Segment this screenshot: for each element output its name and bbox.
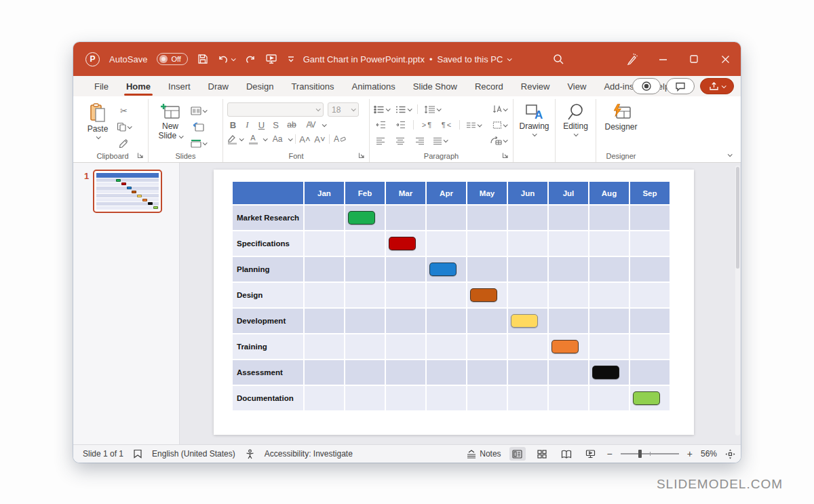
- align-left-button[interactable]: [374, 134, 387, 147]
- search-icon[interactable]: [543, 42, 574, 76]
- align-center-button[interactable]: [393, 134, 407, 147]
- font-dialog-launcher[interactable]: [358, 152, 365, 160]
- font-color-button[interactable]: A: [246, 133, 260, 145]
- change-case-button[interactable]: Aa: [270, 134, 285, 144]
- tab-record[interactable]: Record: [466, 76, 512, 96]
- drawing-group: A Drawing: [513, 99, 555, 162]
- drawing-button[interactable]: A Drawing: [518, 101, 551, 136]
- numbering-button[interactable]: [395, 103, 411, 115]
- gantt-bar[interactable]: [551, 340, 579, 353]
- convert-to-smartart-button[interactable]: [490, 134, 507, 147]
- gantt-bar[interactable]: [592, 366, 619, 379]
- line-spacing-button[interactable]: [424, 103, 440, 115]
- mini-gantt-bar: [153, 206, 158, 209]
- notes-button[interactable]: Notes: [466, 449, 501, 459]
- cut-button[interactable]: ✂: [117, 104, 131, 117]
- clear-formatting-button[interactable]: A: [333, 133, 347, 145]
- spellcheck-icon[interactable]: [133, 449, 142, 459]
- customize-toolbar-icon[interactable]: [287, 56, 295, 62]
- tab-transitions[interactable]: Transitions: [282, 76, 343, 96]
- decrease-font-size-button[interactable]: A˅: [314, 134, 326, 144]
- reset-slide-button[interactable]: [191, 121, 206, 133]
- columns-button[interactable]: [466, 119, 481, 131]
- slide[interactable]: JanFebMarAprMayJunJulAugSepMarket Resear…: [214, 170, 694, 435]
- maximize-button[interactable]: [678, 42, 710, 76]
- text-shadow-button[interactable]: S: [270, 120, 282, 130]
- right-to-left-button[interactable]: ¶<: [440, 119, 453, 131]
- zoom-in-button[interactable]: +: [687, 448, 693, 459]
- gantt-bar[interactable]: [470, 288, 497, 302]
- increase-font-size-button[interactable]: A˄: [299, 134, 311, 144]
- redo-button[interactable]: [244, 54, 256, 64]
- tab-animations[interactable]: Animations: [343, 76, 404, 96]
- tab-home[interactable]: Home: [117, 76, 159, 96]
- decrease-indent-button[interactable]: [374, 119, 387, 131]
- format-painter-button[interactable]: [117, 137, 131, 149]
- font-size-combobox[interactable]: 18: [328, 102, 359, 117]
- gantt-bar[interactable]: [348, 211, 375, 225]
- share-button[interactable]: [700, 78, 734, 94]
- designer-button[interactable]: Designer: [600, 101, 642, 132]
- character-spacing-button[interactable]: AV: [302, 120, 319, 130]
- start-slideshow-icon[interactable]: [265, 54, 277, 64]
- gantt-bar[interactable]: [429, 263, 457, 276]
- clipboard-dialog-launcher[interactable]: [137, 152, 144, 160]
- highlight-color-button[interactable]: [227, 133, 243, 145]
- gantt-bar[interactable]: [511, 314, 538, 328]
- collapse-ribbon-icon[interactable]: [728, 152, 733, 157]
- slide-thumbnail[interactable]: [93, 170, 162, 213]
- paste-button[interactable]: Paste: [81, 101, 114, 139]
- gantt-table[interactable]: JanFebMarAprMayJunJulAugSepMarket Resear…: [233, 182, 670, 410]
- paragraph-dialog-launcher[interactable]: [502, 152, 509, 160]
- vertical-scrollbar[interactable]: [735, 166, 740, 435]
- layout-button[interactable]: [191, 104, 206, 117]
- record-button[interactable]: [632, 78, 661, 94]
- tab-design[interactable]: Design: [237, 76, 282, 96]
- paste-chevron-icon: [96, 134, 100, 139]
- align-right-button[interactable]: [413, 134, 427, 147]
- font-name-combobox[interactable]: [227, 102, 324, 117]
- italic-button[interactable]: I: [241, 119, 253, 130]
- tab-file[interactable]: File: [85, 76, 117, 96]
- zoom-slider-thumb[interactable]: [638, 450, 642, 458]
- comments-button[interactable]: [666, 78, 695, 94]
- tab-insert[interactable]: Insert: [159, 76, 199, 96]
- section-button[interactable]: [191, 137, 206, 149]
- gantt-bar[interactable]: [389, 237, 416, 250]
- laser-pen-icon[interactable]: [616, 42, 647, 76]
- strikethrough-button[interactable]: ab: [284, 120, 299, 130]
- minimize-button[interactable]: [647, 42, 678, 76]
- zoom-out-button[interactable]: −: [607, 448, 613, 459]
- tab-draw[interactable]: Draw: [199, 76, 237, 96]
- align-text-button[interactable]: [492, 119, 507, 131]
- reading-view-button[interactable]: [558, 447, 575, 461]
- tab-view[interactable]: View: [558, 76, 595, 96]
- copy-button[interactable]: [117, 121, 131, 133]
- undo-button[interactable]: [218, 54, 235, 64]
- accessibility-status[interactable]: Accessibility: Investigate: [265, 449, 353, 459]
- close-button[interactable]: [710, 42, 741, 76]
- save-icon[interactable]: [197, 54, 208, 64]
- text-direction-button[interactable]: [492, 103, 507, 115]
- normal-view-button[interactable]: [509, 447, 526, 461]
- zoom-slider[interactable]: [621, 453, 679, 454]
- left-to-right-button[interactable]: >¶: [420, 119, 433, 131]
- underline-button[interactable]: U: [256, 120, 267, 130]
- tab-slide-show[interactable]: Slide Show: [404, 76, 466, 96]
- accessibility-icon[interactable]: [245, 449, 255, 459]
- tab-review[interactable]: Review: [512, 76, 559, 96]
- slide-sorter-view-button[interactable]: [534, 447, 550, 461]
- bold-button[interactable]: B: [227, 120, 239, 130]
- fit-to-window-button[interactable]: [725, 449, 735, 459]
- powerpoint-logo-icon[interactable]: P: [85, 52, 100, 66]
- justify-button[interactable]: [433, 134, 447, 147]
- slideshow-view-button[interactable]: [583, 447, 599, 461]
- editing-button[interactable]: Editing: [560, 101, 592, 136]
- increase-indent-button[interactable]: [393, 119, 407, 131]
- bullets-button[interactable]: [374, 103, 389, 115]
- gantt-bar[interactable]: [633, 391, 660, 405]
- zoom-level[interactable]: 56%: [701, 449, 717, 459]
- language-indicator[interactable]: English (United States): [152, 449, 235, 459]
- new-slide-button[interactable]: New Slide: [153, 101, 188, 141]
- autosave-toggle[interactable]: Off: [157, 53, 187, 65]
